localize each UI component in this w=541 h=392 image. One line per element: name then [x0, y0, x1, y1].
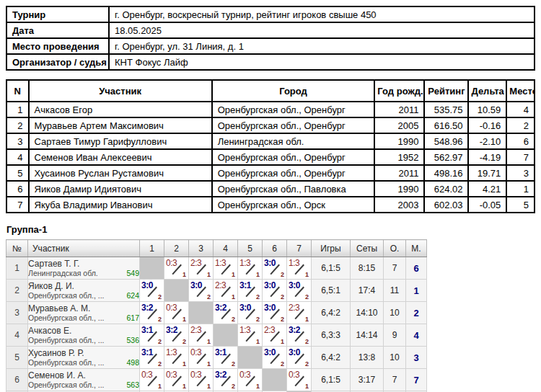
match-points: 1: [207, 360, 211, 368]
match-result-cell: 1:31: [287, 257, 312, 280]
match-points: 2: [232, 316, 235, 323]
group-col-sets: Сеты: [351, 240, 384, 257]
group-participant-region: Оренбургская обл., ...: [28, 380, 105, 390]
match-result-cell: 1:31: [164, 347, 189, 369]
match-result-cell: 3:12: [140, 324, 164, 347]
participant-city: Оренбургская обл., Павловка: [212, 181, 375, 197]
match-points: 2: [256, 293, 260, 300]
group-row-number: 4: [6, 324, 28, 347]
match-score: 0:3: [141, 370, 152, 380]
self-cell: [263, 369, 287, 391]
match-result-cell: 0:31: [238, 369, 263, 391]
match-points: 2: [305, 338, 309, 345]
match-result-cell: 0:31: [164, 257, 189, 280]
participant-place: 6: [506, 133, 535, 149]
points-cell: 9: [384, 324, 406, 347]
participant-birthyear: 1952: [374, 149, 424, 165]
participant-rating: 562.97: [424, 149, 468, 165]
place-cell: 7: [406, 369, 427, 391]
match-points: 1: [256, 338, 260, 345]
info-row: Турнир г. Оренбург, воскресный турнир, р…: [6, 6, 535, 22]
participant-place: 7: [506, 149, 535, 165]
match-score: 3:1: [141, 347, 153, 357]
group-participant-region: Оренбургская обл., ...: [28, 313, 105, 323]
participant-name: Хусаинов Руслан Рустамович: [29, 165, 212, 181]
participant-row: 5 Хусаинов Руслан Рустамович Оренбургска…: [6, 165, 535, 181]
match-score: 3:0: [264, 280, 276, 290]
group-col-1: 1: [140, 240, 164, 257]
group-participant-cell: Хусаинов Р. Р. Оренбургская обл., ...498: [28, 347, 140, 369]
games-cell: 6,5:1: [312, 280, 351, 302]
match-result-cell: 3:02: [263, 257, 287, 280]
match-score: 1:3: [239, 258, 250, 268]
group-row-number: 2: [6, 280, 28, 302]
group-participant-cell: Сартаев Т. Г. Ленинградская обл.549: [28, 257, 140, 280]
participant-city: Оренбургская обл., Орск: [212, 197, 375, 213]
match-result-cell: 1:31: [238, 324, 263, 347]
match-result-cell: 3:22: [214, 302, 238, 324]
self-cell: [140, 257, 164, 280]
participant-row: 7 Якуба Владимир Иванович Оренбургская о…: [6, 197, 535, 213]
match-score: 3:1: [141, 325, 153, 335]
group-col-7: 7: [287, 240, 312, 257]
match-points: 2: [256, 316, 260, 323]
match-points: 1: [182, 271, 186, 278]
group-participant-name: Хусаинов Р. Р.: [28, 348, 139, 358]
match-result-cell: 3:02: [263, 280, 287, 302]
place-cell: 1: [406, 280, 427, 302]
match-score: 2:3: [190, 325, 201, 335]
match-score: 3:1: [239, 280, 251, 290]
participant-rating: 602.03: [424, 197, 468, 213]
match-score: 1:3: [166, 347, 177, 357]
match-score: 0:3: [289, 370, 299, 380]
participant-birthyear: 1990: [374, 181, 424, 197]
participant-rating: 616.50: [424, 117, 468, 133]
match-result-cell: 3:02: [189, 280, 214, 302]
match-result-cell: 0:31: [164, 302, 189, 324]
match-score: 2:3: [264, 325, 275, 335]
match-result-cell: 1:31: [214, 257, 238, 280]
match-score: 3:0: [239, 303, 251, 313]
group-participant-name: Семенов И. А.: [28, 370, 139, 380]
participant-row: 2 Муравьев Артем Максимович Оренбургская…: [6, 117, 535, 133]
group-participant-rating: 498: [126, 358, 139, 368]
match-points: 1: [232, 293, 235, 300]
participant-name: Сартаев Тимур Гарифуллович: [29, 133, 212, 149]
col-header-participant: Участник: [29, 80, 212, 102]
participant-row: 6 Яиков Дамир Идиятович Оренбургская обл…: [6, 181, 535, 197]
match-score: 3:0: [141, 280, 153, 290]
info-label-venue: Место проведения: [6, 38, 109, 54]
match-points: 2: [305, 293, 309, 300]
group-row: 6 Семенов И. А. Оренбургская обл., ...56…: [6, 369, 427, 391]
match-score: 2:3: [215, 280, 226, 290]
info-row: Дата 18.05.2025: [6, 22, 535, 38]
match-result-cell: 3:02: [263, 347, 287, 369]
group-participant-rating: 536: [126, 336, 139, 345]
place-cell: 6: [406, 257, 427, 280]
participant-delta: -4.19: [468, 149, 506, 165]
participant-rating: 498.16: [424, 165, 468, 181]
group-col-number: №: [6, 240, 28, 257]
match-points: 1: [232, 271, 235, 278]
participant-name: Ачкасов Егор: [29, 102, 212, 117]
match-score: 0:3: [190, 370, 201, 380]
participant-birthyear: 2011: [374, 165, 424, 181]
sets-cell: 3:17: [351, 369, 384, 391]
group-header-row: № Участник 1 2 3 4 5 6 7 Игры Сеты О. М.: [6, 240, 427, 257]
place-cell: 2: [406, 302, 427, 324]
match-result-cell: 3:12: [214, 347, 238, 369]
participant-row: 3 Сартаев Тимур Гарифуллович Ленинградск…: [6, 133, 535, 149]
match-points: 2: [281, 360, 284, 368]
group-col-2: 2: [164, 240, 189, 257]
group-participant-cell: Муравьев А. М. Оренбургская обл., ...617: [28, 302, 140, 324]
match-result-cell: 0:31: [189, 347, 214, 369]
group-participant-name: Яиков Д. И.: [28, 281, 139, 291]
group-title: Группа-1: [6, 224, 535, 235]
match-score: 2:3: [289, 303, 299, 313]
participant-city: Оренбургская обл., Оренбург: [212, 149, 375, 165]
match-score: 0:3: [166, 258, 177, 268]
participant-name: Яиков Дамир Идиятович: [29, 181, 212, 197]
group-col-games: Игры: [312, 240, 351, 257]
match-points: 1: [256, 271, 260, 278]
games-cell: 6,4:2: [312, 302, 351, 324]
